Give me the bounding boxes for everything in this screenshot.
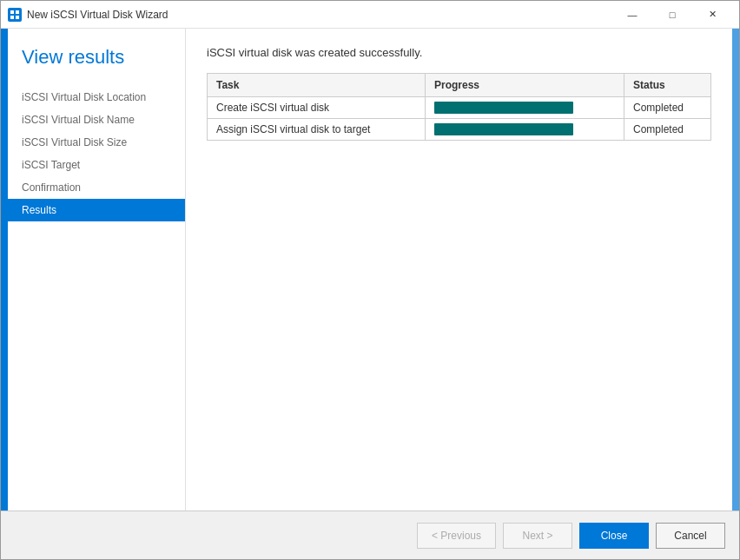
progress-bar-container xyxy=(434,102,573,114)
cell-status: Completed xyxy=(624,97,711,119)
table-header-row: Task Progress Status xyxy=(208,74,711,97)
sidebar-item-results: Results xyxy=(8,199,185,221)
right-accent-bar xyxy=(732,29,739,511)
table-row: Create iSCSI virtual diskCompleted xyxy=(208,97,711,119)
col-header-task: Task xyxy=(208,74,426,97)
svg-rect-2 xyxy=(10,16,14,19)
wizard-window: New iSCSI Virtual Disk Wizard — □ ✕ View… xyxy=(0,0,740,560)
close-button[interactable]: Close xyxy=(579,523,649,549)
sidebar-item-size: iSCSI Virtual Disk Size xyxy=(8,131,185,154)
footer: < Previous Next > Close Cancel xyxy=(1,511,739,559)
sidebar: View results iSCSI Virtual Disk Location… xyxy=(8,29,186,511)
close-window-button[interactable]: ✕ xyxy=(692,1,732,29)
cancel-button[interactable]: Cancel xyxy=(656,523,725,549)
cell-progress xyxy=(426,119,624,141)
success-message: iSCSI virtual disk was created successfu… xyxy=(207,46,711,59)
progress-bar-fill xyxy=(434,123,573,135)
progress-bar-container xyxy=(434,123,573,135)
cell-status: Completed xyxy=(624,119,711,141)
sidebar-item-target: iSCSI Target xyxy=(8,154,185,176)
window-controls: — □ ✕ xyxy=(612,1,732,29)
cell-task: Create iSCSI virtual disk xyxy=(208,97,426,119)
svg-rect-0 xyxy=(10,10,14,14)
minimize-button[interactable]: — xyxy=(612,1,652,29)
sidebar-item-confirmation: Confirmation xyxy=(8,176,185,199)
app-icon xyxy=(8,8,22,22)
sidebar-item-location: iSCSI Virtual Disk Location xyxy=(8,86,185,109)
window-title: New iSCSI Virtual Disk Wizard xyxy=(27,9,612,21)
previous-button[interactable]: < Previous xyxy=(417,523,496,549)
table-row: Assign iSCSI virtual disk to targetCompl… xyxy=(208,119,711,141)
page-title: View results xyxy=(8,46,185,86)
progress-bar-fill xyxy=(434,102,573,114)
results-table: Task Progress Status Create iSCSI virtua… xyxy=(207,73,711,141)
title-bar: New iSCSI Virtual Disk Wizard — □ ✕ xyxy=(1,1,739,29)
svg-rect-3 xyxy=(16,16,19,19)
maximize-button[interactable]: □ xyxy=(652,1,692,29)
sidebar-item-name: iSCSI Virtual Disk Name xyxy=(8,109,185,131)
next-button[interactable]: Next > xyxy=(503,523,572,549)
col-header-progress: Progress xyxy=(426,74,624,97)
left-accent-bar xyxy=(1,29,8,511)
cell-progress xyxy=(426,97,624,119)
main-content: View results iSCSI Virtual Disk Location… xyxy=(1,29,739,511)
col-header-status: Status xyxy=(624,74,711,97)
cell-task: Assign iSCSI virtual disk to target xyxy=(208,119,426,141)
content-area: iSCSI virtual disk was created successfu… xyxy=(186,29,732,511)
svg-rect-1 xyxy=(16,10,19,14)
